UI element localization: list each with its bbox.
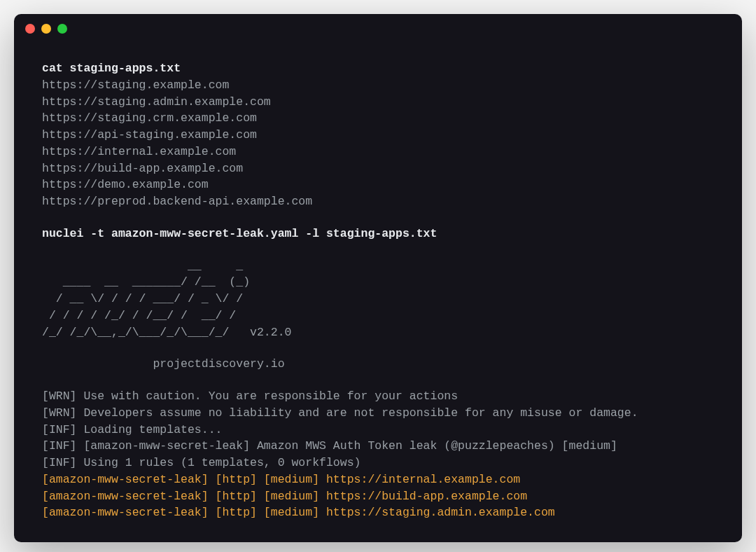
host-line: https://preprod.backend-api.example.com	[42, 193, 714, 210]
host-line: https://demo.example.com	[42, 177, 714, 193]
command-line: cat staging-apps.txt	[42, 60, 714, 77]
window-titlebar	[14, 14, 742, 38]
log-line: [INF] Using 1 rules (1 templates, 0 work…	[42, 455, 714, 471]
minimize-icon[interactable]	[41, 24, 51, 34]
ascii-banner: __ _ ____ __ _______/ /__ (_) / __ \/ / …	[42, 258, 714, 341]
host-line: https://api-staging.example.com	[42, 127, 714, 144]
host-line: https://staging.admin.example.com	[42, 94, 714, 111]
log-line: [INF] Loading templates...	[42, 422, 714, 439]
host-line: https://staging.crm.example.com	[42, 110, 714, 127]
close-icon[interactable]	[25, 24, 35, 34]
log-line: [WRN] Developers assume no liability and…	[42, 405, 714, 422]
result-line: [amazon-mww-secret-leak] [http] [medium]…	[42, 471, 714, 488]
host-line: https://staging.example.com	[42, 77, 714, 94]
maximize-icon[interactable]	[57, 24, 67, 34]
terminal-window: cat staging-apps.txt https://staging.exa…	[14, 14, 742, 542]
host-line: https://build-app.example.com	[42, 160, 714, 177]
banner-site: projectdiscovery.io	[42, 356, 714, 373]
command-line: nuclei -t amazon-mww-secret-leak.yaml -l…	[42, 226, 714, 242]
result-line: [amazon-mww-secret-leak] [http] [medium]…	[42, 504, 714, 521]
log-line: [INF] [amazon-mww-secret-leak] Amazon MW…	[42, 438, 714, 455]
result-line: [amazon-mww-secret-leak] [http] [medium]…	[42, 488, 714, 505]
log-line: [WRN] Use with caution. You are responsi…	[42, 388, 714, 405]
host-line: https://internal.example.com	[42, 144, 714, 160]
terminal-body[interactable]: cat staging-apps.txt https://staging.exa…	[14, 38, 742, 542]
